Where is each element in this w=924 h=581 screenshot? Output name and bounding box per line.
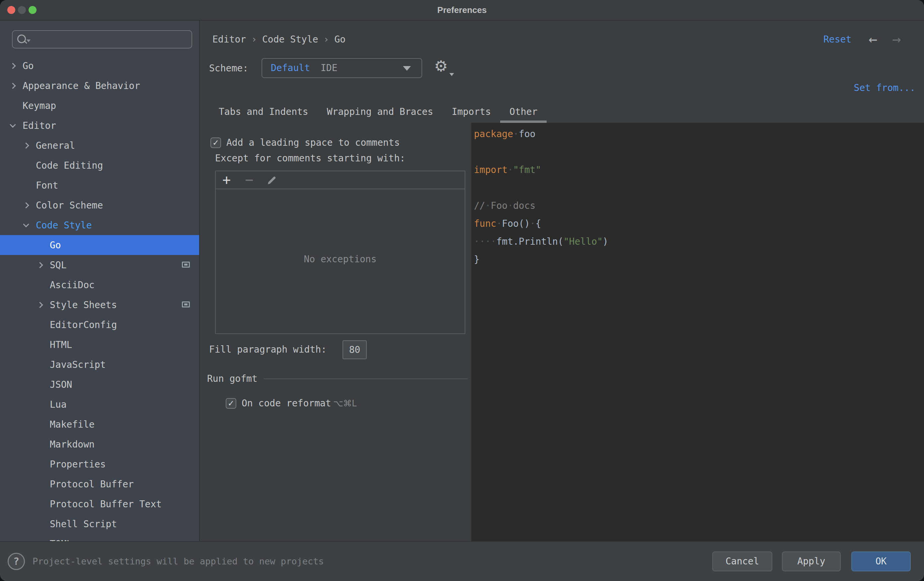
fill-paragraph-width-label: Fill paragraph width: (209, 343, 327, 356)
sidebar-item-html[interactable]: HTML (0, 335, 199, 355)
help-icon[interactable]: ? (8, 553, 25, 570)
breadcrumb-code-style[interactable]: Code Style (262, 34, 318, 45)
sidebar-item-label: JavaScript (50, 359, 106, 370)
leading-space-checkbox[interactable]: ✓ (210, 137, 221, 148)
run-gofmt-group-label: Run gofmt (207, 373, 257, 385)
sidebar-item-editor[interactable]: Editor (0, 116, 199, 135)
code-line: import·"fmt" (471, 161, 924, 179)
sidebar-item-shell-script[interactable]: Shell Script (0, 514, 199, 534)
dropdown-caret-icon (403, 66, 411, 71)
chevron-spacer (37, 442, 43, 447)
fill-paragraph-width-input[interactable] (343, 340, 367, 359)
chevron-down-icon[interactable] (23, 223, 28, 228)
breadcrumb-editor[interactable]: Editor (213, 34, 246, 45)
chevron-right-icon[interactable] (23, 203, 28, 208)
chevron-spacer (37, 462, 43, 467)
sidebar-item-go[interactable]: Go (0, 56, 199, 76)
sidebar-item-markdown[interactable]: Markdown (0, 434, 199, 454)
leading-space-label[interactable]: Add a leading space to comments (226, 137, 400, 149)
chevron-spacer (37, 342, 43, 347)
scheme-dropdown[interactable]: Default IDE (262, 58, 422, 78)
scheme-label: Scheme: (209, 62, 248, 75)
scheme-value-suffix: IDE (321, 59, 338, 78)
sidebar-item-code-editing[interactable]: Code Editing (0, 155, 199, 175)
chevron-right-icon[interactable] (10, 83, 15, 88)
sidebar-item-label: Go (50, 240, 61, 251)
chevron-spacer (23, 183, 28, 188)
chevron-right-icon[interactable] (10, 63, 15, 68)
scheme-gear-icon[interactable]: ⚙ (434, 57, 448, 75)
add-exception-icon[interactable]: + (223, 172, 231, 188)
reset-link[interactable]: Reset (823, 33, 851, 46)
cancel-button[interactable]: Cancel (712, 551, 772, 571)
search-input[interactable] (33, 31, 189, 47)
chevron-spacer (23, 163, 28, 168)
sidebar-item-protocol-buffer[interactable]: Protocol Buffer (0, 474, 199, 494)
sidebar-item-label: Makefile (50, 419, 95, 430)
on-code-reformat-shortcut: ⌥⌘L (333, 398, 356, 409)
chevron-spacer (37, 382, 43, 387)
sidebar-item-keymap[interactable]: Keymap (0, 96, 199, 116)
sidebar-item-label: Appearance & Behavior (23, 80, 140, 91)
chevron-spacer (37, 521, 43, 527)
code-line: func·Foo()·{ (471, 215, 924, 233)
sidebar-item-protocol-buffer-text[interactable]: Protocol Buffer Text (0, 494, 199, 514)
code-line: } (471, 251, 924, 269)
exceptions-panel: + − No exceptions (215, 171, 465, 334)
on-code-reformat-label[interactable]: On code reformat (242, 398, 331, 409)
sidebar-item-label: Color Scheme (36, 200, 103, 211)
settings-tree: GoAppearance & BehaviorKeymapEditorGener… (0, 56, 199, 542)
search-options-caret-icon[interactable] (26, 40, 31, 42)
chevron-spacer (37, 402, 43, 407)
sidebar-item-editorconfig[interactable]: EditorConfig (0, 315, 199, 335)
chevron-spacer (37, 362, 43, 367)
sidebar-item-javascript[interactable]: JavaScript (0, 355, 199, 375)
sidebar-item-json[interactable]: JSON (0, 375, 199, 394)
back-arrow-icon[interactable]: ← (869, 31, 878, 48)
apply-button[interactable]: Apply (782, 551, 841, 571)
sidebar-item-asciidoc[interactable]: AsciiDoc (0, 275, 199, 295)
settings-content: Editor›Code Style›Go Reset ← → Scheme: D… (200, 21, 924, 542)
sidebar-item-makefile[interactable]: Makefile (0, 414, 199, 434)
sidebar-item-font[interactable]: Font (0, 175, 199, 195)
gear-caret-icon (449, 73, 454, 76)
tab-imports[interactable]: Imports (452, 104, 491, 123)
scheme-selected-value: Default (271, 59, 310, 78)
set-from-link[interactable]: Set from... (854, 81, 916, 95)
code-preview-panel: package·fooimport·"fmt"//·Foo·docsfunc·F… (471, 123, 924, 542)
window-title: Preferences (0, 0, 924, 20)
per-project-settings-icon (182, 302, 190, 307)
per-project-settings-icon (182, 262, 190, 267)
sidebar-item-lua[interactable]: Lua (0, 394, 199, 414)
sidebar-item-sql[interactable]: SQL (0, 255, 199, 275)
sidebar-item-code-style[interactable]: Code Style (0, 215, 199, 235)
sidebar-item-label: Keymap (23, 100, 56, 111)
sidebar-item-toml[interactable]: TOML (0, 534, 199, 542)
sidebar-item-color-scheme[interactable]: Color Scheme (0, 195, 199, 215)
settings-search-box[interactable] (12, 30, 192, 48)
tab-wrapping-and-braces[interactable]: Wrapping and Braces (327, 104, 433, 123)
breadcrumb-separator: › (323, 34, 329, 45)
ok-button[interactable]: OK (851, 551, 911, 571)
sidebar-item-appearance-behavior[interactable]: Appearance & Behavior (0, 76, 199, 96)
footer-message: Project-level settings will be applied t… (33, 555, 324, 568)
tab-other[interactable]: Other (510, 104, 537, 123)
sidebar-item-go[interactable]: Go (0, 235, 199, 255)
chevron-right-icon[interactable] (37, 302, 43, 307)
remove-exception-icon: − (245, 172, 253, 188)
chevron-right-icon[interactable] (37, 262, 43, 267)
chevron-spacer (37, 422, 43, 427)
sidebar-item-properties[interactable]: Properties (0, 454, 199, 474)
chevron-right-icon[interactable] (23, 143, 28, 148)
sidebar-item-style-sheets[interactable]: Style Sheets (0, 295, 199, 315)
sidebar-item-label: Font (36, 180, 58, 191)
sidebar-item-label: Shell Script (50, 518, 117, 530)
sidebar-item-label: Properties (50, 459, 106, 470)
code-line: ····fmt.Println("Hello") (471, 233, 924, 251)
sidebar-item-label: AsciiDoc (50, 279, 95, 290)
chevron-spacer (37, 243, 43, 248)
tab-tabs-and-indents[interactable]: Tabs and Indents (219, 104, 309, 123)
sidebar-item-general[interactable]: General (0, 135, 199, 155)
on-code-reformat-checkbox[interactable]: ✓ (226, 398, 236, 409)
chevron-down-icon[interactable] (10, 123, 15, 128)
